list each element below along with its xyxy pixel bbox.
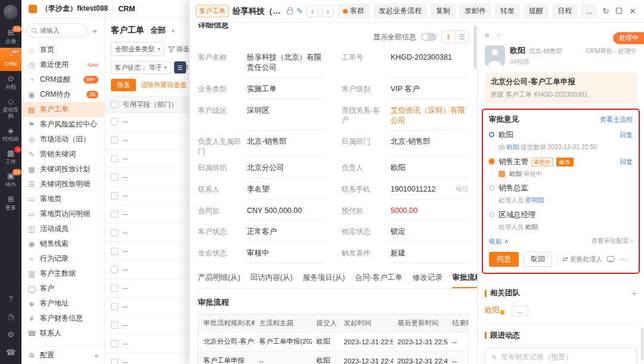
rail-item[interactable]: ◔ CRM 49+ — [0, 48, 21, 70]
list-row[interactable]: -- — [105, 150, 190, 168]
change-handler-button[interactable]: ⇄ 更换处理人 — [562, 255, 602, 264]
rail-item[interactable]: ⊞ 企微 10 — [0, 25, 21, 48]
list-row[interactable]: -- — [105, 168, 190, 187]
view-scope-dropdown[interactable]: 全部 — [150, 25, 166, 36]
rail-item[interactable]: ▣ 待办 24 — [0, 168, 21, 191]
row-checkbox[interactable] — [111, 303, 118, 310]
sidebar-item[interactable]: ◫ 活动成员 — [21, 221, 104, 236]
add-member-button[interactable]: + — [631, 288, 637, 299]
list-row[interactable]: -- — [105, 279, 190, 298]
sidebar-item[interactable]: ▣ CRM待办 25 — [21, 87, 104, 102]
row-checkbox[interactable] — [111, 192, 118, 199]
action-button[interactable]: 提醒 — [524, 4, 549, 18]
select-all-checkbox[interactable] — [111, 101, 118, 108]
add-button[interactable]: + — [90, 26, 100, 36]
list-row[interactable]: -- — [105, 205, 190, 224]
show-all-toggle[interactable] — [421, 33, 436, 41]
action-button[interactable]: ... — [581, 4, 597, 18]
agree-button[interactable]: 同意 — [489, 252, 519, 267]
sidebar-item[interactable]: ☎ 联系人 — [21, 326, 104, 341]
approval-table-row[interactable]: 客户工单申报 -- 欧阳 2023-12-31 22:49 2023-12-31… — [199, 351, 469, 364]
filter-toggle[interactable]: 筛选 — [168, 45, 190, 54]
comment-icon[interactable] — [607, 256, 614, 262]
tab[interactable]: 修改记录 — [413, 273, 442, 288]
apply-filter-button[interactable]: 筛选 — [111, 79, 136, 91]
reply-link[interactable]: 回复 — [620, 158, 633, 166]
row-checkbox[interactable] — [111, 174, 118, 181]
view-approval-config-link[interactable]: 查看审批配置 › — [592, 237, 633, 245]
edit-icon[interactable]: ✎ — [296, 7, 303, 16]
approval-card[interactable]: 北京分公司-客户工单申报 新建 客户工单 KHGD-202300381 — [485, 72, 637, 104]
more-actions-icon[interactable]: ⋯ — [619, 255, 627, 264]
sidebar-item[interactable]: ◷ 最近使用 New — [21, 57, 104, 72]
row-checkbox[interactable] — [111, 155, 118, 162]
filter-field-chip[interactable]: 客户状态： 等于 ▾ — [111, 61, 171, 74]
row-checkbox[interactable] — [111, 248, 118, 255]
list-row[interactable]: -- — [105, 261, 190, 279]
feed-user-name[interactable]: 欧阳 — [510, 45, 525, 56]
prev-record-button[interactable]: ‹ — [306, 5, 318, 17]
action-button[interactable]: 复制 — [431, 4, 456, 18]
sidebar-item[interactable]: ✎ 营销关键词 — [21, 147, 104, 162]
team-more-button[interactable]: ... — [512, 306, 528, 316]
assignee-link[interactable]: 邵明阳 — [525, 196, 544, 203]
tab[interactable]: 审批流程 — [453, 273, 477, 288]
sidebar-item[interactable]: ◎ 市场活动（旧） — [21, 132, 104, 147]
business-type-select[interactable]: 全部业务类型 ▾ — [111, 42, 165, 56]
collapse-sidebar-icon[interactable]: « — [94, 351, 98, 360]
rail-item[interactable]: ⊞ 更多 — [0, 192, 21, 214]
action-button[interactable]: 客群 — [338, 4, 370, 18]
tab[interactable]: 服务项目(从) — [303, 273, 345, 288]
contacts-icon[interactable]: ☎ — [6, 348, 16, 357]
close-icon[interactable]: × — [627, 5, 638, 17]
tab[interactable]: 产品明细(从) — [198, 273, 240, 288]
retract-button[interactable]: 取回 — [524, 252, 552, 267]
panel-scrollbar[interactable] — [641, 328, 643, 360]
column-settings-button[interactable]: ☰ — [174, 61, 186, 73]
list-row[interactable]: -- — [105, 131, 190, 150]
search-input[interactable] — [40, 27, 82, 34]
tab[interactable]: 回访内容(从) — [250, 273, 293, 288]
sidebar-footer-config[interactable]: ⚙ 配置 « — [21, 346, 104, 364]
list-row[interactable]: -- — [105, 224, 190, 242]
action-button[interactable]: 转发 — [495, 4, 520, 18]
row-checkbox[interactable] — [111, 118, 118, 125]
view-main-flow-link[interactable]: 查看主流程 — [600, 115, 633, 124]
sidebar-item[interactable]: ≈ 行为记录 — [21, 251, 104, 266]
collapse-panel-icon[interactable]: » — [485, 30, 490, 39]
sidebar-item[interactable]: ▤ 客户工单 — [21, 102, 104, 117]
list-row[interactable]: -- — [105, 113, 190, 131]
sidebar-item[interactable]: ¥ 客户财务信息 — [21, 311, 104, 326]
sidebar-item[interactable]: ◔ CRM提醒 99+ — [21, 72, 104, 87]
rail-item[interactable]: ◈ 经销商 — [0, 123, 21, 146]
sidebar-item[interactable]: ◯ 客户 — [21, 281, 104, 296]
row-checkbox[interactable] — [111, 229, 118, 236]
history-icon[interactable]: ◷ — [7, 312, 14, 321]
list-row[interactable]: -- — [105, 187, 190, 205]
row-checkbox[interactable] — [111, 137, 118, 144]
row-checkbox[interactable] — [111, 285, 118, 292]
row-checkbox[interactable] — [111, 322, 118, 329]
rail-item[interactable]: ⊙ 外勤 — [0, 71, 21, 94]
list-row[interactable]: -- — [105, 353, 190, 364]
action-button[interactable]: 日程 — [552, 4, 577, 18]
list-row[interactable]: -- — [105, 242, 190, 261]
approval-table-row[interactable]: 北京分公司-客户工... 客户工单申报(2023-1... 欧阳 2023-12… — [199, 332, 469, 351]
row-checkbox[interactable] — [111, 340, 118, 347]
list-row[interactable]: -- — [105, 316, 190, 335]
sidebar-item[interactable]: ◈ 客户地址 — [21, 296, 104, 311]
refresh-icon[interactable]: ↻ — [601, 7, 611, 16]
list-view-button[interactable]: ☰ — [455, 31, 468, 43]
team-member[interactable]: 欧阳 — [485, 306, 504, 316]
action-button[interactable]: 发起业务流程 — [373, 4, 427, 18]
settings-icon[interactable]: ⚙ — [7, 330, 14, 339]
sidebar-item[interactable]: ⌂ 首页 — [21, 42, 104, 57]
star-icon[interactable]: ☆ — [496, 30, 503, 39]
sidebar-item[interactable]: ⚑ 客户风险监控中心 — [21, 117, 104, 132]
sidebar-item[interactable]: ▦ 关键词投放计划 — [21, 162, 104, 177]
reply-link[interactable]: 回复 — [620, 131, 633, 140]
vertical-scrollbar[interactable] — [474, 26, 476, 69]
maximize-icon[interactable] — [614, 7, 624, 16]
rail-item[interactable]: ▦ 工作 1 — [0, 146, 21, 168]
sales-record-input[interactable]: ✎ 发布销售记录（预置） — [485, 347, 637, 364]
